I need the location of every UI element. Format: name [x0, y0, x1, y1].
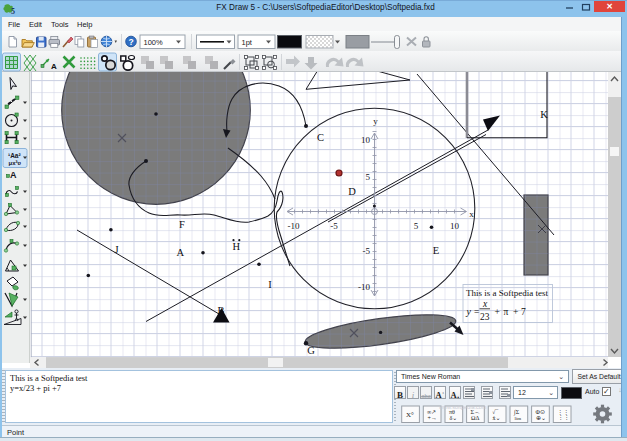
svg-text:⊕⌄: ⊕⌄	[536, 415, 546, 421]
svg-text:δ⌄: δ⌄	[450, 415, 458, 421]
svg-text:∞↗: ∞↗	[427, 408, 436, 414]
svg-text:Φ⊙: Φ⊙	[536, 408, 545, 414]
svg-text:∫Σ: ∫Σ	[513, 408, 520, 415]
svg-text:⋮⋮: ⋮⋮	[558, 414, 570, 420]
svg-text:+→: +→	[428, 415, 437, 421]
svg-text:lim: lim	[515, 416, 522, 421]
svg-text:ΩΔ: ΩΔ	[471, 415, 479, 421]
svg-text:ẋ⌄: ẋ⌄	[493, 415, 501, 421]
svg-text:X°: X°	[406, 411, 414, 419]
svg-text:√¯: √¯	[492, 408, 499, 414]
svg-text:www.softpedia.com: www.softpedia.com	[438, 404, 487, 410]
